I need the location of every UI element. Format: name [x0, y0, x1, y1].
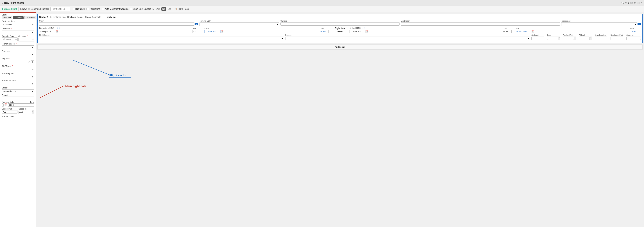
terminal-arr-arrow-button[interactable]: ▼ — [638, 23, 641, 25]
bulk-acft-type-input[interactable] — [2, 82, 30, 85]
operator-type-select[interactable]: Operator — [2, 38, 18, 41]
left-panel: Status Request Planned Confirmed Custome… — [0, 12, 36, 227]
request-time-input[interactable] — [8, 103, 34, 107]
create-schedule-button[interactable]: Create Schedule — [85, 16, 101, 18]
purposes-select[interactable] — [2, 53, 34, 56]
offload-up-button[interactable]: ▲ — [590, 37, 592, 38]
annotation-area: Flight sector — [38, 60, 642, 82]
bulk-acft-type-add-button[interactable]: ⊞ — [31, 82, 34, 85]
flight-time-input[interactable] — [334, 30, 346, 33]
acft-type-select[interactable] — [2, 68, 34, 71]
speed-kt-up-button[interactable]: ▲ — [32, 110, 34, 112]
arr-local-date-input[interactable] — [515, 30, 531, 33]
generate-flight-no-button[interactable]: ▤ Generate Flight No — [28, 8, 49, 10]
origin-input[interactable] — [39, 22, 194, 26]
on-board-input[interactable] — [532, 37, 544, 40]
empty-leg-label[interactable]: Empty leg — [103, 16, 116, 18]
calendar-icon[interactable]: 📅 — [4, 103, 7, 107]
flight-category-select[interactable] — [2, 45, 34, 49]
kg-button[interactable]: Kg — [161, 8, 166, 11]
operator-select[interactable] — [18, 38, 34, 42]
dep-local-date-input[interactable] — [204, 30, 221, 33]
payload-input[interactable] — [563, 37, 574, 40]
close-icon[interactable]: ✕ — [641, 2, 642, 4]
distance-info-button[interactable]: ⓘ Distance Info — [50, 16, 66, 19]
chat-icon[interactable]: 💬 — [622, 2, 624, 4]
call-sign-input[interactable] — [280, 22, 400, 26]
show-split-label[interactable]: Show Split Sectors — [130, 8, 151, 10]
bulk-reg-no-input[interactable] — [2, 75, 30, 78]
show-split-checkbox[interactable] — [130, 8, 132, 10]
load-up-button[interactable]: ▲ — [558, 37, 560, 38]
terminal-arr-select[interactable] — [561, 22, 637, 26]
customer-type-select[interactable]: Customer — [2, 23, 34, 26]
status-request-button[interactable]: Request — [2, 16, 12, 19]
arr-time-input[interactable] — [502, 30, 512, 33]
auto-movement-label[interactable]: Auto Movement Udpates — [102, 8, 128, 10]
new-button[interactable]: ⊕ New — [20, 8, 26, 10]
route-paste-button[interactable]: 📋 Route Paste — [174, 8, 190, 10]
auto-movement-checkbox[interactable] — [102, 8, 104, 10]
load-input[interactable] — [547, 37, 558, 40]
speed-kt-input[interactable] — [18, 111, 31, 114]
sector-purpose-field: Purpose — [285, 34, 530, 40]
arr-calendar-icon[interactable]: 📅 — [366, 31, 368, 33]
bulk-reg-no-add-button[interactable]: ⊞ — [31, 75, 34, 78]
sector-purpose-select[interactable] — [285, 37, 530, 40]
empty-leg-checkbox[interactable] — [103, 16, 105, 18]
customer-select[interactable] — [2, 30, 34, 34]
dep-time-input[interactable] — [192, 30, 201, 33]
request-date-input[interactable] — [2, 103, 4, 107]
actual-payload-field: Actual payload — [595, 34, 609, 40]
reg-no-add-button[interactable]: ⊞ — [31, 60, 34, 64]
terminal-dep-select[interactable] — [200, 22, 279, 26]
office-select[interactable]: Awery Support — [2, 89, 34, 93]
actual-payload-input[interactable] — [595, 37, 607, 40]
terminal-dep-label: Terminal DEP — [200, 20, 279, 22]
create-flight-button[interactable]: ✚ Create Flight — [2, 8, 17, 10]
offload-down-button[interactable]: ▼ — [590, 38, 592, 40]
load-down-button[interactable]: ▼ — [558, 38, 560, 40]
sector-flight-category-select[interactable] — [39, 37, 284, 40]
info-icon[interactable]: ℹ — [628, 2, 629, 4]
request-date-group: Request Date Time 📅 — [2, 101, 34, 107]
dep-calendar-icon[interactable]: 📅 — [56, 31, 58, 33]
settings-icon[interactable]: ⚙ — [634, 2, 636, 4]
payload-down-button[interactable]: ▼ — [574, 38, 576, 40]
crew-info-input[interactable] — [626, 37, 641, 40]
speed-kmh-input[interactable] — [2, 110, 18, 114]
destination-input[interactable] — [401, 22, 560, 26]
project-input[interactable] — [2, 97, 34, 100]
svg-line-0 — [74, 60, 109, 75]
arr-date-input[interactable] — [350, 30, 366, 33]
num-pax-input[interactable] — [610, 37, 623, 40]
no-follow-checkbox[interactable] — [73, 8, 76, 10]
reg-no-select[interactable] — [2, 60, 30, 64]
flight-reff-input[interactable] — [50, 7, 70, 11]
add-sector-button[interactable]: Add sector — [38, 45, 642, 50]
maximize-icon[interactable]: ⬜ — [637, 2, 640, 4]
arr-local-time-input[interactable] — [630, 30, 639, 33]
dep-date-input[interactable] — [39, 30, 56, 33]
support-icon[interactable]: 💬 — [630, 2, 633, 4]
separator-2 — [72, 7, 72, 11]
origin-arrow-button[interactable]: ▼ — [195, 23, 198, 25]
status-confirmed-button[interactable]: Confirmed — [24, 16, 36, 19]
payload-up-button[interactable]: ▲ — [574, 37, 576, 38]
dep-local-calendar-icon[interactable]: 📅 — [221, 31, 224, 33]
bulk-acft-type-label: Bulk ACFT Type — [2, 79, 34, 82]
status-planned-button[interactable]: Planned — [13, 16, 24, 19]
load-label: Load — [547, 34, 562, 36]
offload-input[interactable] — [579, 37, 590, 40]
internal-notes-input[interactable] — [2, 118, 34, 121]
mtow-label: MTOW: — [152, 8, 160, 10]
dep-local-time-input[interactable] — [320, 30, 329, 33]
positioning-label[interactable]: Positioning — [86, 8, 100, 10]
mail-icon[interactable]: ✉ — [625, 2, 627, 4]
no-follow-label[interactable]: No follow — [73, 8, 85, 10]
home-icon[interactable]: ⌂ — [2, 2, 3, 4]
arr-local-calendar-icon[interactable]: 📅 — [532, 31, 534, 33]
positioning-checkbox[interactable] — [86, 8, 89, 10]
speed-kt-down-button[interactable]: ▼ — [32, 112, 34, 114]
replicate-sector-button[interactable]: Replicate Sector — [67, 16, 83, 18]
